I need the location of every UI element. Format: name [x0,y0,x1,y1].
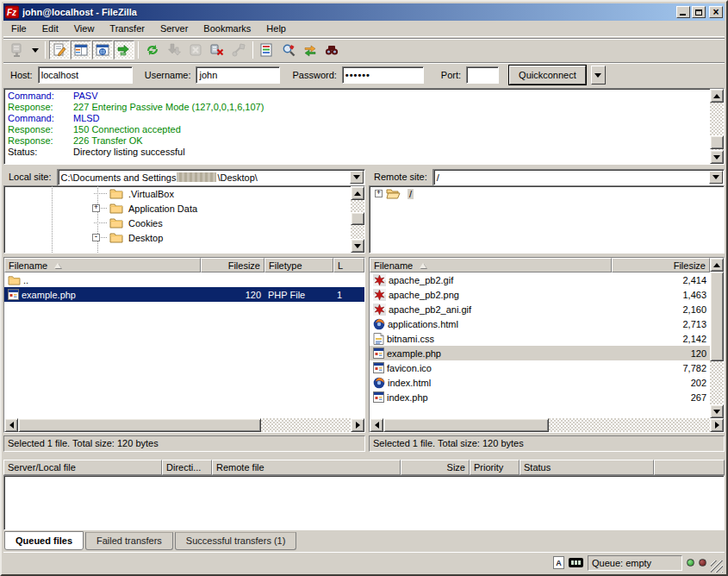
process-queue-button[interactable] [164,41,184,59]
menu-bookmarks[interactable]: Bookmarks [196,22,258,35]
file-row[interactable]: index.html 202 [370,375,710,390]
activity-led-green-icon [687,559,694,567]
remote-list-scrollbar[interactable] [710,258,724,418]
file-row[interactable]: bitnami.css 2,142 [370,331,710,346]
scroll-down-button[interactable] [710,404,724,418]
file-row[interactable]: applications.html 2,713 [370,316,710,331]
speed-limits-icon[interactable] [569,558,583,567]
file-row[interactable]: apache_pb2_ani.gif 2,160 [370,302,710,316]
file-row-example-php-selected[interactable]: example.php 120 [370,346,710,360]
scroll-thumb[interactable] [351,212,364,225]
scroll-up-button[interactable] [710,258,724,272]
tree-item-root[interactable]: / [370,186,724,201]
tree-item-desktop[interactable]: Desktop [4,230,364,245]
refresh-button[interactable] [142,41,163,59]
scroll-thumb[interactable] [383,418,549,432]
log-text: 226 Transfer OK [73,135,143,146]
tab-queued-files[interactable]: Queued files [4,531,84,550]
menu-help[interactable]: Help [258,22,294,35]
combo-dropdown-button[interactable] [709,171,723,184]
column-header-size[interactable]: Size [401,460,470,475]
menu-transfer[interactable]: Transfer [102,22,152,35]
tab-successful-transfers[interactable]: Successful transfers (1) [175,532,297,550]
title-bar[interactable]: Fz john@localhost - FileZilla [3,3,725,21]
menu-file[interactable]: File [3,22,34,35]
menu-edit[interactable]: Edit [34,22,66,35]
column-header-remote-file[interactable]: Remote file [212,460,401,475]
column-header-filesize[interactable]: Filesize [201,258,264,272]
column-header-lastmodified[interactable]: L [333,258,364,272]
tree-item-cookies[interactable]: Cookies [4,216,364,230]
find-files-button[interactable] [321,41,342,59]
host-input[interactable] [38,66,133,84]
column-header-direction[interactable]: Directi... [162,460,212,475]
collapse-minus-icon[interactable] [92,234,100,241]
username-input[interactable] [196,66,280,84]
toggle-local-tree-button[interactable] [71,41,91,59]
local-horizontal-scrollbar[interactable] [4,418,364,432]
column-header-filename[interactable]: Filename [370,258,612,272]
column-header-filetype[interactable]: Filetype [264,258,333,272]
scroll-left-button[interactable] [4,418,18,432]
scroll-right-button[interactable] [351,418,364,432]
remote-horizontal-scrollbar[interactable] [370,418,724,432]
quickconnect-dropdown-button[interactable] [591,66,606,85]
toggle-log-view-button[interactable] [49,41,70,59]
file-row[interactable]: apache_pb2.png 1,463 [370,287,710,302]
file-row[interactable]: favicon.ico 7,782 [370,360,710,375]
scroll-left-button[interactable] [370,418,383,432]
toggle-remote-tree-button[interactable] [92,41,113,59]
scroll-down-button[interactable] [351,239,364,253]
site-manager-dropdown-button[interactable] [28,41,41,59]
menu-view[interactable]: View [66,22,103,35]
queue-body[interactable] [3,475,725,530]
directory-comparison-button[interactable] [278,41,299,59]
port-input[interactable] [466,66,499,84]
message-log-icon [53,43,66,57]
log-scrollbar[interactable] [710,89,724,164]
minimize-button[interactable] [676,6,690,18]
parent-directory-row[interactable]: .. [4,272,364,287]
scroll-down-button[interactable] [710,150,724,164]
scroll-thumb[interactable] [18,418,261,432]
resize-grip[interactable] [711,560,723,573]
tree-item-label: Cookies [127,218,165,229]
file-row[interactable]: apache_pb2.gif 2,414 [370,272,710,287]
expand-plus-icon[interactable] [375,190,383,197]
column-label: Status [524,462,551,473]
tree-item-application-data[interactable]: Application Data [4,201,364,216]
maximize-button[interactable] [692,6,706,18]
scroll-right-button[interactable] [710,418,724,432]
local-tree: .VirtualBox Application Data Cookies Des… [3,185,365,254]
local-tree-scrollbar[interactable] [351,186,364,253]
transfer-type-ascii-icon[interactable]: A [553,556,564,569]
remote-site-combobox[interactable]: / [433,169,725,185]
local-site-combobox[interactable]: C:\Documents and Settings\Desktop\ [58,169,365,185]
synchronized-browsing-button[interactable] [300,41,320,59]
reconnect-button[interactable] [228,41,249,59]
quickconnect-button[interactable]: Quickconnect [509,66,586,85]
tree-item-virtualbox[interactable]: .VirtualBox [4,186,364,201]
file-row[interactable]: index.php 267 [370,390,710,404]
column-header-filename[interactable]: Filename [4,258,201,272]
file-row-example-php-selected[interactable]: example.php 120 PHP File 1 [4,287,364,302]
combo-dropdown-button[interactable] [350,171,364,184]
scroll-thumb[interactable] [710,272,724,361]
column-header-filesize[interactable]: Filesize [612,258,710,272]
close-button[interactable] [709,6,723,18]
filename-filters-button[interactable] [257,41,277,59]
toggle-queue-button[interactable] [114,41,134,59]
scroll-up-button[interactable] [351,186,364,200]
password-input[interactable] [342,66,424,84]
column-header-priority[interactable]: Priority [470,460,520,475]
site-manager-button[interactable] [7,41,28,59]
tab-failed-transfers[interactable]: Failed transfers [85,532,173,550]
cancel-button[interactable] [185,41,206,59]
scroll-up-button[interactable] [710,89,724,103]
expand-plus-icon[interactable] [92,204,100,212]
disconnect-button[interactable] [207,41,227,59]
column-header-status[interactable]: Status [520,460,654,475]
scroll-thumb[interactable] [710,135,724,149]
column-header-server-local-file[interactable]: Server/Local file [3,460,162,475]
menu-server[interactable]: Server [152,22,196,35]
